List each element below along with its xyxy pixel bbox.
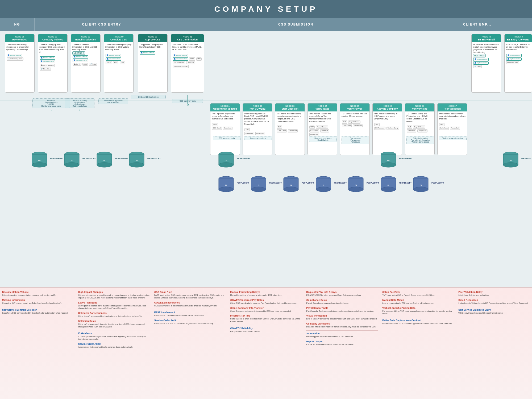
risk-pay-calendar-table: Pay Calendar Table Pay Calendar Table do… bbox=[306, 307, 378, 313]
top-banner: COMPANY SETUP bbox=[0, 0, 532, 18]
step-ee-entry-email: NODE 45 EE Entry Email TA receives email… bbox=[471, 34, 501, 93]
risk-requested-tax-delays: Requested Tax Info Delays FICA/STN/SUI/S… bbox=[306, 291, 378, 297]
step-benefits-selection: NODE 29 Benefits Selection TA selects be… bbox=[71, 34, 101, 93]
h-conn-7 bbox=[435, 129, 438, 129]
risk-self-service-ee: Self-Service Employee Entry WSE entry in… bbox=[458, 309, 530, 314]
svg-point-12 bbox=[97, 163, 112, 167]
risk-col-4: Manual Formatting Delays Manual formatti… bbox=[228, 288, 304, 399]
svg-text:HR PASSPORT: HR PASSPORT bbox=[147, 157, 161, 159]
resource-billing-info: Billing informationFair pricing informat… bbox=[406, 136, 435, 144]
step-run-coweb2: NODE 32 Run COWEB2 Upon receiving the CS… bbox=[243, 103, 272, 155]
svg-text:HR: HR bbox=[136, 160, 138, 161]
step-verify-payroll: NODE 35 Verify Payroll TMT verifies Payr… bbox=[340, 103, 370, 155]
step-start-checklist: NODE 33 Start Checklist TMT starts their… bbox=[275, 103, 305, 155]
resource-company-locations: Company locations bbox=[244, 136, 272, 141]
svg-text:PEOPLESOFT: PEOPLESOFT bbox=[431, 182, 444, 184]
hr-passport-7: HR HR PASSPORT bbox=[503, 151, 532, 175]
step-activate-company: NODE 36 Activate Company TMT Activates c… bbox=[372, 103, 402, 155]
risk-service-order-audit-1: Service Order Audit Automate or find opp… bbox=[78, 343, 150, 348]
risk-col-7: Peer Validation Delay 24-48 hour SLA for… bbox=[456, 288, 532, 399]
risk-peer-validation-delay: Peer Validation Delay 24-48 hour SLA for… bbox=[458, 291, 530, 297]
risk-vertical-pricing: Vertical-Specific Pricing Data For accur… bbox=[382, 307, 454, 315]
svg-point-67 bbox=[413, 187, 428, 192]
peoplesoft-3: PS PEOPLESOFT bbox=[283, 176, 315, 200]
risk-coweb2-reliability: COWEB2 Reliability Fix systematic errors… bbox=[230, 327, 302, 333]
separator-line bbox=[0, 101, 532, 101]
hr-passport-2: HR HR PASSPORT bbox=[64, 151, 96, 175]
step-verify-taxes: NODE 34 Verify Taxes TMT verifies Tax in… bbox=[307, 103, 337, 155]
risk-manual-formatting: Manual Formatting Delays Manual formatti… bbox=[230, 291, 302, 297]
peoplesoft-5: PS PEOPLESOFT bbox=[348, 176, 380, 200]
risk-col-5: Requested Tax Info Delays FICA/STN/SUI/S… bbox=[304, 288, 380, 399]
step-peer-validation: NODE 37 Peer Validation TMT submits sele… bbox=[437, 103, 467, 155]
risk-clone-company: Clone Company Info Transfer Clone Compan… bbox=[230, 307, 302, 313]
svg-text:PEOPLESOFT: PEOPLESOFT bbox=[302, 182, 314, 184]
svg-point-52 bbox=[316, 187, 331, 192]
step-css-confirmation: NODE 31 CSS Confirmation Automatic CSS C… bbox=[171, 34, 204, 93]
svg-text:PEOPLESOFT: PEOPLESOFT bbox=[399, 182, 412, 184]
risk-ic-guidance: IC Guidance IC could provide more guidan… bbox=[78, 332, 150, 340]
risk-self-service-benefits: Self-Service Benefits Selection Salesfor… bbox=[2, 309, 74, 314]
hr-passport-3: HR HR PASSPORT bbox=[96, 151, 129, 175]
risk-missing-info: Missing Information Contact or IMT refus… bbox=[2, 299, 74, 305]
risk-zone: Documentation Volume Extensive project d… bbox=[0, 287, 532, 399]
risk-report-output: Report Output Create an automatable repo… bbox=[306, 340, 378, 346]
risk-col-2: High-Impact Changes Client-level changes… bbox=[76, 288, 152, 399]
peoplesoft-6: PS PEOPLESOFT bbox=[380, 176, 413, 200]
svg-text:HR: HR bbox=[225, 160, 227, 161]
resource-final-policies: Final company policiesand selections ↓ bbox=[98, 98, 128, 108]
svg-text:PEOPLESOFT: PEOPLESOFT bbox=[237, 182, 250, 184]
svg-text:HR: HR bbox=[387, 160, 390, 161]
risk-col-1: Documentation Volume Extensive project d… bbox=[0, 288, 76, 399]
phase-css-sub: CSS SUBMISSION bbox=[169, 18, 423, 31]
step-approve-css: NODE 30 Approve CSS TA approves Company … bbox=[138, 34, 168, 93]
h-conn-1 bbox=[240, 129, 243, 129]
risk-dated-resources: Dated Resources Instructions to 70-item … bbox=[458, 299, 530, 305]
svg-point-7 bbox=[64, 163, 79, 167]
hr-passport-5: HR HR PASSPORT bbox=[218, 151, 251, 175]
risk-visual-verification: Visual Verification Lots of visually com… bbox=[306, 314, 378, 320]
svg-text:PEOPLESOFT: PEOPLESOFT bbox=[269, 182, 282, 184]
svg-point-57 bbox=[348, 187, 363, 192]
svg-text:HR: HR bbox=[510, 160, 512, 161]
phase-client-css: CLIENT CSS ENTRY bbox=[35, 18, 169, 31]
risk-col-6: Setup Fee Error TMT must submit SO to Pa… bbox=[380, 288, 456, 399]
h-conn-2 bbox=[273, 129, 275, 129]
step-ee-entry-lt20: NODE 50 EE Entry <20 WSEs If <20 WSE, IC… bbox=[504, 34, 532, 93]
svg-text:HR: HR bbox=[103, 160, 106, 161]
svg-text:PS: PS bbox=[258, 184, 260, 186]
svg-text:PEOPLESOFT: PEOPLESOFT bbox=[334, 182, 347, 184]
hr-passport-1: HR HR PASSPORT bbox=[31, 151, 64, 175]
h-conn-4 bbox=[338, 129, 340, 129]
svg-text:HR PASSPORT: HR PASSPORT bbox=[521, 157, 532, 159]
risk-css-email-alert: CSS Email Alert FAST must review CSS ema… bbox=[154, 291, 226, 299]
risk-fast-involvement: FAST Involvement Automate SO creation an… bbox=[154, 311, 226, 317]
h-conn-3 bbox=[305, 129, 308, 129]
step-opportunity-updated: NODE 31 Opportunity updated FAST updates… bbox=[210, 103, 240, 155]
svg-text:HR PASSPORT: HR PASSPORT bbox=[399, 157, 413, 159]
step-review-docs: NODE 25 Review Docs TA reviews onboardin… bbox=[5, 34, 35, 93]
page-title: COMPANY SETUP bbox=[214, 5, 318, 14]
phase-ng: NG bbox=[0, 18, 35, 31]
risk-col-3: CSS Email Alert FAST must review CSS ema… bbox=[152, 288, 228, 399]
step-complete-css: NODE 29* Complete CSS TA finishes enteri… bbox=[104, 34, 134, 93]
h-conn-5 bbox=[370, 129, 373, 129]
svg-point-47 bbox=[284, 187, 298, 192]
step-company-policies: NODE 28 Company Policies TA starts setti… bbox=[38, 34, 68, 93]
svg-text:PEOPLESOFT: PEOPLESOFT bbox=[367, 182, 379, 184]
phase-ribbon: NG CLIENT CSS ENTRY CSS SUBMISSION CLIEN… bbox=[0, 18, 532, 31]
svg-text:HR PASSPORT: HR PASSPORT bbox=[50, 157, 64, 159]
svg-point-17 bbox=[129, 163, 144, 167]
peoplesoft-7: PS PEOPLESOFT bbox=[413, 176, 445, 200]
risk-automation: Automation Identify opportunities for au… bbox=[306, 332, 378, 338]
svg-point-2 bbox=[32, 163, 47, 167]
risk-better-data-capture: Better Data Capture from Contract Remove… bbox=[382, 319, 454, 325]
svg-text:HR PASSPORT: HR PASSPORT bbox=[115, 157, 128, 159]
risk-company-live-dates: Company Live Dates Data Tax info is ofte… bbox=[306, 322, 378, 328]
risk-unknown-consequences: Unknown Consequences Client doesn't unde… bbox=[78, 312, 150, 318]
svg-point-27 bbox=[381, 163, 396, 167]
svg-point-62 bbox=[381, 187, 396, 192]
svg-point-22 bbox=[219, 163, 234, 167]
svg-text:PS: PS bbox=[388, 184, 389, 186]
svg-text:PS: PS bbox=[420, 184, 422, 186]
